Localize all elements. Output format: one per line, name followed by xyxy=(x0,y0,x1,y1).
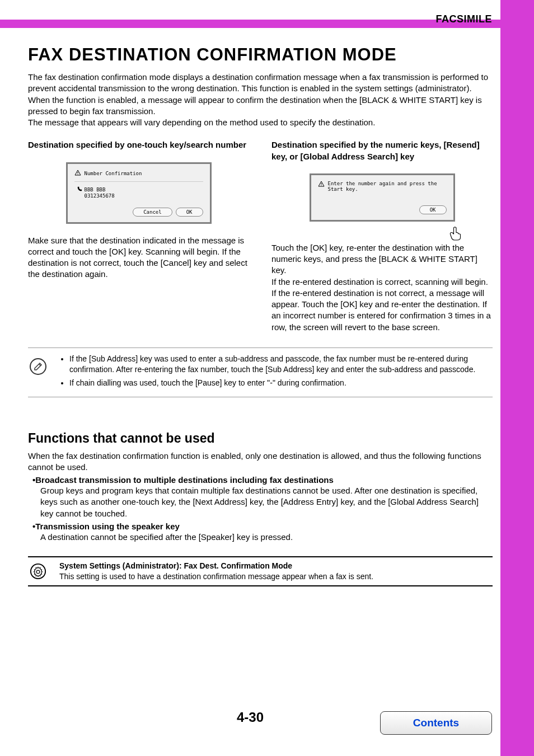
right-subheading: Destination specified by the numeric key… xyxy=(271,139,493,162)
ok-button[interactable]: OK xyxy=(419,205,447,214)
function-item-body: A destination cannot be specified after … xyxy=(40,532,493,543)
left-subheading: Destination specified by one-touch key/s… xyxy=(28,139,249,151)
warning-icon xyxy=(74,170,81,178)
settings-body: This setting is used to have a destinati… xyxy=(59,571,373,582)
cancel-button[interactable]: Cancel xyxy=(133,208,172,217)
svg-point-5 xyxy=(36,570,40,574)
dialog-message: Enter the number again and press the Sta… xyxy=(328,181,447,192)
intro-paragraph: The fax destination confirmation mode di… xyxy=(28,72,493,128)
note-list: If the [Sub Address] key was used to ent… xyxy=(59,354,493,391)
confirmation-dialog-right: Enter the number again and press the Sta… xyxy=(310,173,455,222)
ok-button[interactable]: OK xyxy=(176,208,203,217)
gear-icon xyxy=(30,563,46,580)
settings-title: System Settings (Administrator): Fax Des… xyxy=(59,561,373,571)
right-body-text: Touch the [OK] key, re-enter the destina… xyxy=(271,242,493,333)
svg-point-3 xyxy=(321,185,321,186)
right-column: Destination specified by the numeric key… xyxy=(271,139,493,333)
functions-intro: When the fax destination confirmation fu… xyxy=(28,450,493,473)
side-accent-bar xyxy=(500,0,534,756)
pencil-circle-icon xyxy=(30,358,46,375)
phone-icon xyxy=(77,186,82,193)
page-title: FAX DESTINATION CONFIRMATION MODE xyxy=(28,45,493,65)
destination-number: 0312345678 xyxy=(77,193,203,199)
confirmation-dialog-left: Number Confirmation BBB BBB 0312345678 C… xyxy=(66,162,212,224)
svg-point-1 xyxy=(77,174,78,175)
dialog-title: Number Confirmation xyxy=(85,171,142,176)
function-item-body: Group keys and program keys that contain… xyxy=(40,485,493,519)
note-box: If the [Sub Address] key was used to ent… xyxy=(28,348,493,397)
section-label: FACSIMILE xyxy=(435,13,492,25)
pointer-hand-icon xyxy=(448,225,465,242)
settings-box: System Settings (Administrator): Fax Des… xyxy=(28,556,493,586)
top-accent-stripe xyxy=(0,20,500,28)
function-item-title: Broadcast transmission to multiple desti… xyxy=(35,475,334,485)
note-item: If the [Sub Address] key was used to ent… xyxy=(69,354,493,375)
left-column: Destination specified by one-touch key/s… xyxy=(28,139,249,333)
note-item: If chain dialling was used, touch the [P… xyxy=(69,378,493,389)
warning-icon xyxy=(318,181,325,189)
destination-name: BBB BBB xyxy=(85,187,106,192)
left-body-text: Make sure that the destination indicated… xyxy=(28,235,249,280)
functions-heading: Functions that cannot be used xyxy=(28,431,493,446)
contents-button[interactable]: Contents xyxy=(380,711,492,735)
function-item-title: Transmission using the speaker key xyxy=(35,522,180,531)
